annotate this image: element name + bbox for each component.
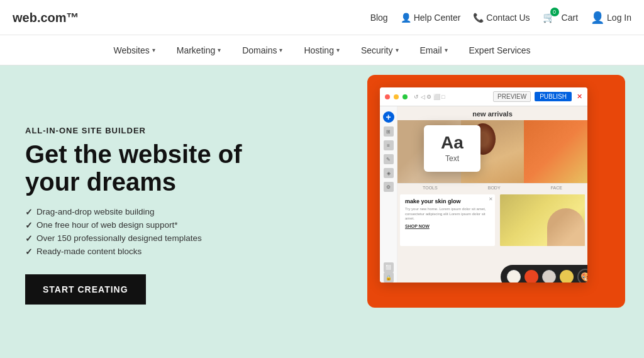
help-center-label: Help Center: [414, 13, 461, 23]
build-icon: ⊞: [384, 126, 394, 137]
hand-image: [500, 194, 585, 246]
email-label: Email: [420, 45, 442, 55]
feature-1: Drag-and-drop website building: [25, 207, 289, 217]
browser-dot-minimize: [394, 94, 399, 99]
websites-chevron: ▾: [152, 47, 155, 53]
nav-marketing[interactable]: Marketing ▾: [168, 35, 230, 65]
browser-dot-maximize: [402, 94, 408, 99]
feature-2: One free hour of web design support*: [25, 220, 289, 230]
hero-section: ALL-IN-ONE SITE BUILDER Get the website …: [0, 65, 644, 358]
close-icon: ✕: [489, 196, 493, 202]
close-x-icon: ✕: [577, 92, 582, 101]
shop-now-link[interactable]: SHOP NOW: [405, 224, 490, 228]
user-circle-icon: 👤: [591, 11, 604, 25]
new-arrivals-header: new arrivals: [397, 106, 587, 120]
nav-email[interactable]: Email ▾: [411, 35, 457, 65]
publish-button[interactable]: PUBLISH: [535, 92, 572, 101]
nav-expert-services[interactable]: Expert Services: [460, 35, 540, 65]
contact-us-link[interactable]: 📞 Contact Us: [473, 13, 530, 23]
swatch-grey[interactable]: [542, 270, 556, 282]
nav-websites[interactable]: Websites ▾: [104, 35, 164, 65]
contact-us-label: Contact Us: [486, 13, 530, 23]
hero-text: ALL-IN-ONE SITE BUILDER Get the website …: [25, 120, 289, 305]
start-creating-button[interactable]: START CREATING: [25, 274, 146, 305]
nav-hosting[interactable]: Hosting ▾: [295, 35, 348, 65]
color-palette: 🎨: [501, 265, 587, 282]
skin-glow-title: make your skin glow: [405, 198, 490, 205]
device-frame: ↺ ◁ ⚙ ⬜ □ PREVIEW PUBLISH ✕ + ⊞ ≡ ✎ ◈: [367, 75, 625, 308]
nav-security[interactable]: Security ▾: [352, 35, 408, 65]
preview-label: PREVIEW: [497, 93, 526, 100]
hero-title: Get the website of your dreams: [25, 140, 289, 196]
cat-face: FACE: [551, 186, 562, 190]
hand-shape: [547, 208, 585, 246]
settings-icon: ⚙: [384, 182, 394, 192]
domains-label: Domains: [242, 45, 277, 55]
preview-button[interactable]: PREVIEW: [493, 91, 531, 102]
swatch-orange[interactable]: [525, 270, 538, 282]
browser-mockup: ↺ ◁ ⚙ ⬜ □ PREVIEW PUBLISH ✕ + ⊞ ≡ ✎ ◈: [380, 87, 587, 282]
blog-icon: ✎: [384, 154, 394, 164]
cat-tools: TOOLS: [423, 186, 438, 190]
blog-label: Blog: [370, 13, 388, 23]
lock-icon: 🔒: [384, 272, 394, 282]
site-content: + ⊞ ≡ ✎ ◈ ⚙ ⬜ 🔒 new arrivals: [380, 106, 587, 282]
palette-icon[interactable]: 🎨: [577, 269, 587, 282]
bottom-sidebar-icons: ⬜ 🔒: [384, 262, 394, 282]
text-tool-label: Text: [434, 154, 470, 163]
logo-text: web.com™: [13, 11, 79, 25]
browser-toolbar: ↺ ◁ ⚙ ⬜ □ PREVIEW PUBLISH ✕: [380, 87, 587, 106]
phone-icon: 📞: [473, 13, 484, 23]
cart-link[interactable]: 🛒 0 Cart: [543, 11, 578, 23]
login-label: Log In: [607, 13, 631, 23]
hero-subtitle: ALL-IN-ONE SITE BUILDER: [25, 126, 289, 135]
help-center-link[interactable]: 👤 Help Center: [401, 13, 461, 23]
theme-icon: ◈: [384, 168, 394, 178]
product-image-3: [524, 120, 587, 183]
image-icon: ⬜: [384, 262, 394, 272]
category-bar: TOOLS BODY FACE: [397, 183, 587, 192]
email-chevron: ▾: [445, 47, 448, 53]
make-your-skin-block: ✕ make your skin glow Try your new home.…: [400, 194, 495, 246]
browser-controls: ↺ ◁ ⚙ ⬜ □: [414, 94, 445, 100]
cart-count: 0: [550, 8, 559, 16]
pages-icon: ≡: [384, 140, 394, 150]
cart-badge: 🛒 0: [543, 11, 555, 23]
swatch-cream[interactable]: [507, 270, 521, 282]
top-bar: web.com™ Blog 👤 Help Center 📞 Contact Us…: [0, 0, 644, 35]
add-element-button[interactable]: +: [383, 111, 394, 123]
product-yellow: [500, 194, 585, 246]
security-label: Security: [361, 45, 393, 55]
top-nav-links: Blog 👤 Help Center 📞 Contact Us 🛒 0 Cart…: [370, 11, 631, 25]
person-icon: 👤: [401, 13, 411, 23]
text-tool-popup: Aa Text: [424, 125, 480, 172]
expert-services-label: Expert Services: [469, 45, 531, 55]
security-chevron: ▾: [396, 47, 399, 53]
cart-label: Cart: [562, 13, 578, 23]
browser-dot-close: [385, 94, 390, 99]
feature-4: Ready-made content blocks: [25, 247, 289, 257]
logo[interactable]: web.com™: [13, 9, 79, 26]
site-sidebar: + ⊞ ≡ ✎ ◈ ⚙ ⬜ 🔒: [380, 106, 397, 282]
nav-domains[interactable]: Domains ▾: [233, 35, 291, 65]
cat-body: BODY: [488, 186, 501, 190]
secondary-nav: Websites ▾ Marketing ▾ Domains ▾ Hosting…: [0, 35, 644, 65]
websites-label: Websites: [113, 45, 149, 55]
publish-label: PUBLISH: [540, 93, 567, 100]
blog-link[interactable]: Blog: [370, 13, 388, 23]
hosting-label: Hosting: [304, 45, 333, 55]
feature-3: Over 150 professionally designed templat…: [25, 233, 289, 243]
login-link[interactable]: 👤 Log In: [591, 11, 631, 25]
marketing-label: Marketing: [177, 45, 215, 55]
text-tool-aa: Aa: [434, 134, 470, 152]
swatch-yellow[interactable]: [560, 270, 574, 282]
domains-chevron: ▾: [279, 47, 282, 53]
lower-product-section: ✕ make your skin glow Try your new home.…: [397, 192, 587, 249]
skin-desc: Try your new home. Lorem ipsum dolor sit…: [405, 207, 490, 221]
hero-features: Drag-and-drop website building One free …: [25, 207, 289, 257]
marketing-chevron: ▾: [218, 47, 221, 53]
hosting-chevron: ▾: [336, 47, 340, 53]
